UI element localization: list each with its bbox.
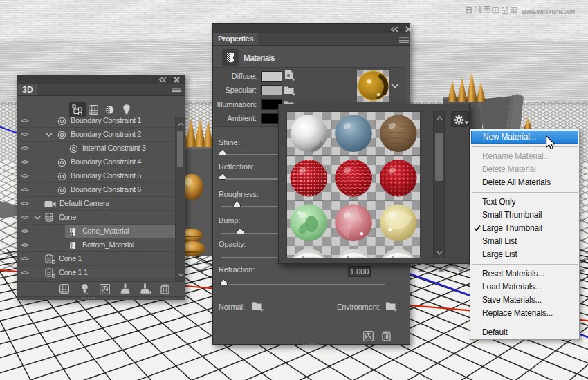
svg-text:WWW.MISSYUAN.COM: WWW.MISSYUAN.COM [522,8,575,15]
